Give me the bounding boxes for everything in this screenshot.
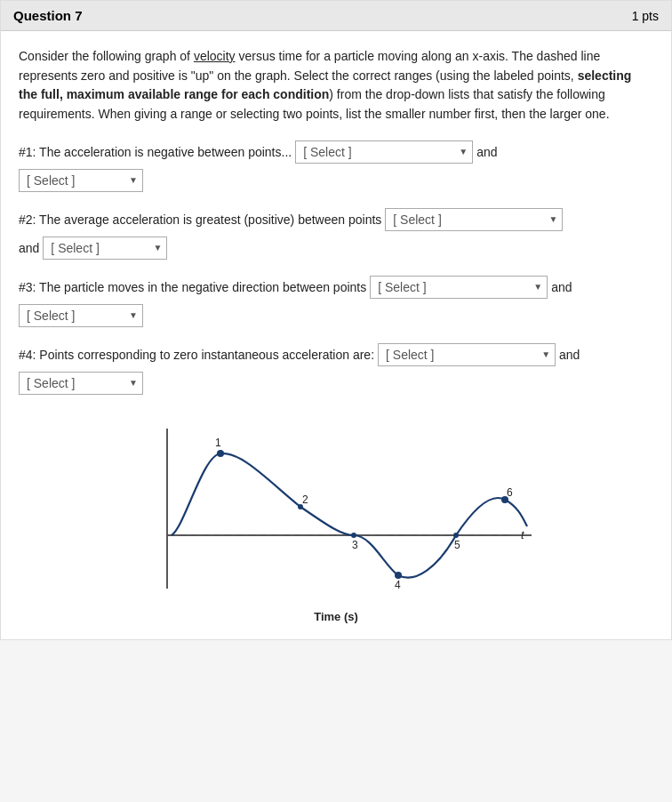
q2-select2[interactable]: [ Select ] [43, 237, 167, 260]
question-container: Question 7 1 pts Consider the following … [0, 0, 672, 640]
q3-label: #3: The particle moves in the negative d… [19, 280, 366, 294]
q2-row2: and [ Select ] ▼ [19, 237, 653, 260]
q2-label: #2: The average acceleration is greatest… [19, 213, 381, 227]
q4-label: #4: Points corresponding to zero instant… [19, 348, 374, 362]
label-4: 4 [395, 579, 401, 591]
q1-select2[interactable]: [ Select ] [19, 169, 143, 192]
q2-section: #2: The average acceleration is greatest… [19, 208, 653, 260]
question-header: Question 7 1 pts [1, 1, 671, 31]
label-1: 1 [215, 437, 221, 449]
q1-select1[interactable]: [ Select ] [295, 140, 473, 164]
label-3: 3 [352, 539, 358, 551]
q1-and: and [476, 145, 497, 159]
q3-row2: [ Select ] ▼ [19, 304, 653, 327]
q4-select1[interactable]: [ Select ] [378, 343, 556, 366]
label-6: 6 [507, 486, 513, 499]
question-pts: 1 pts [632, 9, 659, 23]
graph-xlabel: Time (s) [314, 610, 358, 623]
q2-select1[interactable]: [ Select ] [385, 208, 563, 231]
label-5: 5 [454, 539, 460, 551]
question-title: Question 7 [13, 8, 83, 23]
q3-select1-wrapper: [ Select ] ▼ [370, 276, 548, 299]
q4-select1-wrapper: [ Select ] ▼ [378, 343, 556, 366]
q4-section: #4: Points corresponding to zero instant… [19, 343, 653, 395]
q1-select2-wrapper: [ Select ] ▼ [19, 169, 143, 192]
velocity-graph: t 1 2 3 4 5 [114, 411, 558, 606]
label-2: 2 [302, 493, 308, 506]
velocity-curve [172, 453, 527, 578]
q1-row1: #1: The acceleration is negative between… [19, 140, 653, 164]
q2-and: and [19, 241, 39, 255]
q2-row1: #2: The average acceleration is greatest… [19, 208, 653, 231]
q3-and: and [551, 280, 572, 294]
question-body: Consider the following graph of velocity… [1, 31, 671, 639]
q2-select1-wrapper: [ Select ] ▼ [385, 208, 563, 231]
q3-select2-wrapper: [ Select ] ▼ [19, 304, 143, 327]
question-paragraph: Consider the following graph of velocity… [19, 47, 653, 124]
q4-and: and [559, 348, 580, 362]
point-3 [351, 533, 356, 538]
q1-row2: [ Select ] ▼ [19, 169, 653, 192]
q3-select1[interactable]: [ Select ] [370, 276, 548, 299]
q1-select1-wrapper: [ Select ] ▼ [295, 140, 473, 164]
point-1 [217, 450, 224, 457]
q1-section: #1: The acceleration is negative between… [19, 140, 653, 192]
q4-select2[interactable]: [ Select ] [19, 372, 143, 395]
q4-row2: [ Select ] ▼ [19, 372, 653, 395]
q3-section: #3: The particle moves in the negative d… [19, 276, 653, 327]
q2-select2-wrapper: [ Select ] ▼ [43, 237, 167, 260]
q4-select2-wrapper: [ Select ] ▼ [19, 372, 143, 395]
q4-row1: #4: Points corresponding to zero instant… [19, 343, 653, 366]
q3-row1: #3: The particle moves in the negative d… [19, 276, 653, 299]
q3-select2[interactable]: [ Select ] [19, 304, 143, 327]
graph-container: t 1 2 3 4 5 [19, 411, 653, 623]
point-5 [453, 533, 459, 538]
point-4 [395, 572, 402, 579]
q1-label: #1: The acceleration is negative between… [19, 145, 292, 159]
